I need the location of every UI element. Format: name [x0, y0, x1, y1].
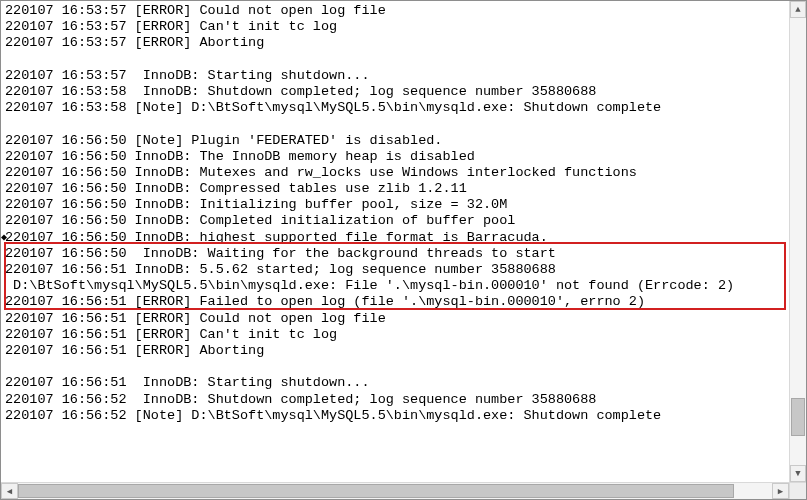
log-line: 220107 16:56:51 [ERROR] Aborting — [5, 343, 734, 359]
log-line: 220107 16:56:50 InnoDB: highest supporte… — [5, 230, 734, 246]
scroll-down-arrow[interactable]: ▼ — [790, 465, 806, 482]
scroll-right-arrow[interactable]: ▶ — [772, 483, 789, 499]
log-line: 220107 16:56:51 [ERROR] Can't init tc lo… — [5, 327, 734, 343]
log-line: 220107 16:56:50 InnoDB: Compressed table… — [5, 181, 734, 197]
log-line: 220107 16:53:57 InnoDB: Starting shutdow… — [5, 68, 734, 84]
log-line: 220107 16:56:50 InnoDB: Completed initia… — [5, 213, 734, 229]
log-line — [5, 424, 734, 440]
log-line: 220107 16:56:50 InnoDB: Waiting for the … — [5, 246, 734, 262]
log-line: 220107 16:53:57 [ERROR] Could not open l… — [5, 3, 734, 19]
log-line: D:\BtSoft\mysql\MySQL5.5\bin\mysqld.exe:… — [5, 278, 734, 294]
log-line: 220107 16:56:52 InnoDB: Shutdown complet… — [5, 392, 734, 408]
log-line: 220107 16:53:58 [Note] D:\BtSoft\mysql\M… — [5, 100, 734, 116]
log-line — [5, 52, 734, 68]
log-line: 220107 16:56:51 InnoDB: 5.5.62 started; … — [5, 262, 734, 278]
log-line: 220107 16:53:57 [ERROR] Can't init tc lo… — [5, 19, 734, 35]
log-line: 220107 16:56:50 InnoDB: Initializing buf… — [5, 197, 734, 213]
log-viewport: 220107 16:53:57 [ERROR] Could not open l… — [1, 1, 806, 482]
line-marker-bullet: ◆ — [1, 230, 7, 246]
horizontal-scrollbar[interactable]: ◀ ▶ — [1, 482, 789, 499]
log-content: 220107 16:53:57 [ERROR] Could not open l… — [1, 1, 738, 442]
log-line — [5, 359, 734, 375]
scrollbar-corner — [789, 482, 806, 499]
log-line: 220107 16:56:50 InnoDB: The InnoDB memor… — [5, 149, 734, 165]
log-line: 220107 16:56:52 [Note] D:\BtSoft\mysql\M… — [5, 408, 734, 424]
log-line: 220107 16:56:50 InnoDB: Mutexes and rw_l… — [5, 165, 734, 181]
vscroll-thumb[interactable] — [791, 398, 805, 436]
scroll-up-arrow[interactable]: ▲ — [790, 1, 806, 18]
log-line: 220107 16:56:51 [ERROR] Failed to open l… — [5, 294, 734, 310]
hscroll-thumb[interactable] — [18, 484, 734, 498]
log-line — [5, 116, 734, 132]
log-line: 220107 16:56:50 [Note] Plugin 'FEDERATED… — [5, 133, 734, 149]
hscroll-track[interactable] — [18, 483, 772, 499]
scroll-left-arrow[interactable]: ◀ — [1, 483, 18, 499]
log-viewer-window: 220107 16:53:57 [ERROR] Could not open l… — [0, 0, 807, 500]
vscroll-track[interactable] — [790, 18, 806, 465]
vertical-scrollbar[interactable]: ▲ ▼ — [789, 1, 806, 482]
log-line: 220107 16:56:51 InnoDB: Starting shutdow… — [5, 375, 734, 391]
log-line: 220107 16:53:58 InnoDB: Shutdown complet… — [5, 84, 734, 100]
log-line: 220107 16:56:51 [ERROR] Could not open l… — [5, 311, 734, 327]
log-line: 220107 16:53:57 [ERROR] Aborting — [5, 35, 734, 51]
